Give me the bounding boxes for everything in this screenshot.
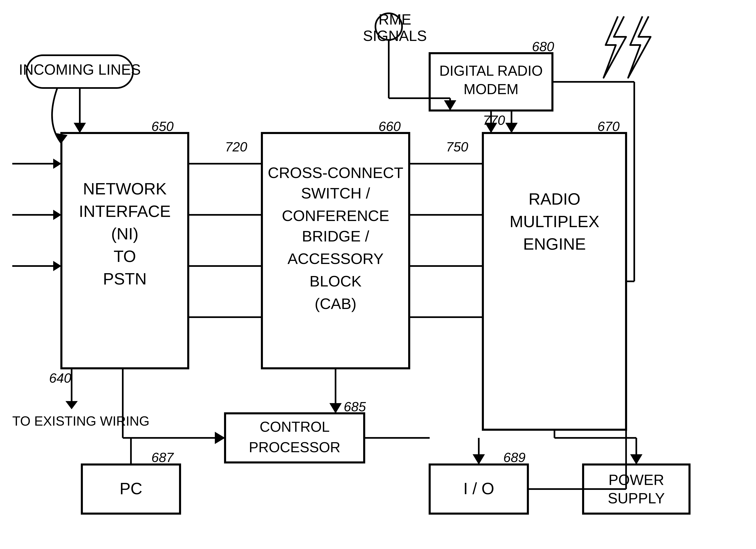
pc-label: PC <box>119 479 142 498</box>
rme-label1: RADIO <box>528 190 580 208</box>
cab-label5: ACCESSORY <box>287 250 384 267</box>
cp-label2: PROCESSOR <box>249 439 340 455</box>
cab-label4: BRIDGE / <box>302 228 369 245</box>
ref-770-label: 770 <box>483 113 505 128</box>
ref-640-label: 640 <box>49 371 71 386</box>
ni-label5: PSTN <box>103 270 146 288</box>
ni-label2: INTERFACE <box>79 202 171 220</box>
rme-label3: ENGINE <box>523 235 586 253</box>
rme-signals-label: RME <box>379 11 411 28</box>
ref-720-label: 720 <box>225 139 247 154</box>
ps-label1: POWER <box>608 472 664 488</box>
ref-687-label: 687 <box>151 450 174 465</box>
ni-label1: NETWORK <box>83 180 167 198</box>
ps-label2: SUPPLY <box>608 490 665 506</box>
ref-650-label: 650 <box>151 119 174 134</box>
diagram-container: RME SIGNALS INCOMING LINES 640 TO EXISTI… <box>0 0 756 549</box>
cab-label2: SWITCH / <box>301 185 370 202</box>
drm-label2: MODEM <box>464 81 518 97</box>
ref-750-label: 750 <box>446 139 468 154</box>
cp-label1: CONTROL <box>260 419 330 435</box>
ref-689-label: 689 <box>503 450 525 465</box>
rme-label2: MULTIPLEX <box>510 212 599 231</box>
ni-label3: (NI) <box>111 225 138 243</box>
ref-660-label: 660 <box>379 119 401 134</box>
ref-680-label: 680 <box>532 39 554 54</box>
ref-670-label: 670 <box>597 119 620 134</box>
cab-label6: BLOCK <box>310 273 362 290</box>
to-existing-wiring-label: TO EXISTING WIRING <box>12 414 150 428</box>
cab-label1: CROSS-CONNECT <box>268 164 403 181</box>
incoming-lines-label: INCOMING LINES <box>19 61 141 78</box>
rme-signals-label2: SIGNALS <box>363 28 427 44</box>
ref-685-label: 685 <box>344 399 366 414</box>
drm-label1: DIGITAL RADIO <box>439 63 543 79</box>
cab-label7: (CAB) <box>315 295 356 312</box>
ni-label4: TO <box>114 247 136 265</box>
cab-label3: CONFERENCE <box>282 207 389 224</box>
io-label: I / O <box>463 479 494 498</box>
